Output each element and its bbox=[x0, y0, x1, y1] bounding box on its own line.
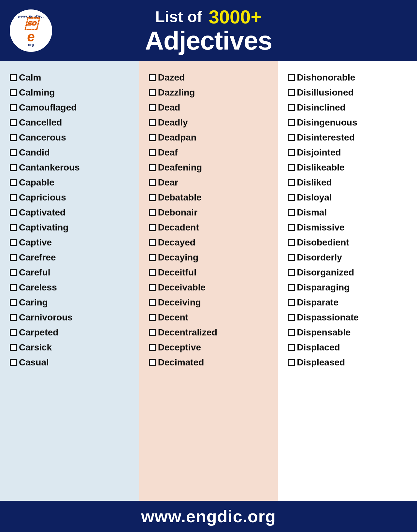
list-item: Decentralized bbox=[149, 326, 270, 339]
logo-text-bottom: org bbox=[28, 43, 34, 47]
checkbox-icon bbox=[288, 329, 295, 336]
checkbox-icon bbox=[288, 164, 295, 171]
checkbox-icon bbox=[288, 119, 295, 126]
checkbox-icon bbox=[10, 74, 17, 81]
list-item: Dispensable bbox=[288, 326, 409, 339]
word-label: Disinterested bbox=[297, 131, 354, 144]
word-label: Disingenuous bbox=[297, 116, 357, 129]
checkbox-icon bbox=[149, 254, 156, 261]
list-item: Deceptive bbox=[149, 341, 270, 354]
list-item: Decadent bbox=[149, 221, 270, 234]
word-label: Deaf bbox=[158, 146, 178, 159]
list-item: Disorderly bbox=[288, 251, 409, 264]
word-label: Camouflaged bbox=[19, 101, 77, 114]
word-label: Cancelled bbox=[19, 116, 62, 129]
checkbox-icon bbox=[288, 284, 295, 291]
list-item: Debatable bbox=[149, 191, 270, 204]
checkbox-icon bbox=[149, 329, 156, 336]
word-label: Careful bbox=[19, 266, 50, 279]
list-item: Deceitful bbox=[149, 266, 270, 279]
column-2: DazedDazzlingDeadDeadlyDeadpanDeafDeafen… bbox=[139, 61, 278, 501]
list-item: Dismal bbox=[288, 206, 409, 219]
checkbox-icon bbox=[149, 134, 156, 141]
list-item: Decent bbox=[149, 311, 270, 324]
word-label: Carefree bbox=[19, 251, 56, 264]
word-label: Dismal bbox=[297, 206, 327, 219]
word-label: Disinclined bbox=[297, 101, 345, 114]
checkbox-icon bbox=[149, 224, 156, 231]
checkbox-icon bbox=[149, 269, 156, 276]
list-item: Dead bbox=[149, 101, 270, 114]
list-item: Captivating bbox=[10, 221, 131, 234]
checkbox-icon bbox=[149, 119, 156, 126]
checkbox-icon bbox=[149, 209, 156, 216]
header-list-of: List of bbox=[155, 8, 202, 26]
checkbox-icon bbox=[288, 224, 295, 231]
checkbox-icon bbox=[288, 209, 295, 216]
word-label: Disobedient bbox=[297, 236, 349, 249]
word-label: Captive bbox=[19, 236, 52, 249]
list-item: Disparate bbox=[288, 296, 409, 309]
word-label: Disillusioned bbox=[297, 86, 353, 99]
list-item: Dispassionate bbox=[288, 311, 409, 324]
checkbox-icon bbox=[10, 344, 17, 351]
checkbox-icon bbox=[10, 149, 17, 156]
checkbox-icon bbox=[10, 134, 17, 141]
checkbox-icon bbox=[288, 149, 295, 156]
list-item: Calm bbox=[10, 71, 131, 84]
list-item: Decimated bbox=[149, 356, 270, 369]
word-label: Displeased bbox=[297, 356, 345, 369]
word-label: Dear bbox=[158, 176, 178, 189]
list-item: Cancelled bbox=[10, 116, 131, 129]
list-item: Disloyal bbox=[288, 191, 409, 204]
checkbox-icon bbox=[288, 194, 295, 201]
word-label: Caring bbox=[19, 296, 48, 309]
checkbox-icon bbox=[10, 299, 17, 306]
list-item: Camouflaged bbox=[10, 101, 131, 114]
list-item: Disingenuous bbox=[288, 116, 409, 129]
header-top-row: List of 3000+ bbox=[155, 6, 262, 28]
list-item: Disillusioned bbox=[288, 86, 409, 99]
page-footer: www.engdic.org bbox=[0, 501, 417, 532]
column-1: CalmCalmingCamouflagedCancelledCancerous… bbox=[0, 61, 139, 501]
logo: www.EngDic.  e org bbox=[10, 9, 52, 52]
list-item: Decaying bbox=[149, 251, 270, 264]
word-label: Deceivable bbox=[158, 281, 206, 294]
word-label: Dead bbox=[158, 101, 180, 114]
word-label: Dazed bbox=[158, 71, 185, 84]
checkbox-icon bbox=[288, 314, 295, 321]
checkbox-icon bbox=[10, 269, 17, 276]
word-label: Dazzling bbox=[158, 86, 195, 99]
column-3: DishonorableDisillusionedDisinclinedDisi… bbox=[278, 61, 417, 501]
word-label: Disorderly bbox=[297, 251, 342, 264]
list-item: Dishonorable bbox=[288, 71, 409, 84]
list-item: Capricious bbox=[10, 191, 131, 204]
checkbox-icon bbox=[149, 89, 156, 96]
word-label: Capable bbox=[19, 176, 54, 189]
list-item: Capable bbox=[10, 176, 131, 189]
word-label: Captivated bbox=[19, 206, 65, 219]
word-label: Decayed bbox=[158, 236, 195, 249]
checkbox-icon bbox=[149, 344, 156, 351]
header-adjectives: Adjectives bbox=[145, 28, 272, 54]
checkbox-icon bbox=[10, 254, 17, 261]
word-label: Cantankerous bbox=[19, 161, 80, 174]
checkbox-icon bbox=[10, 164, 17, 171]
content-area: CalmCalmingCamouflagedCancelledCancerous… bbox=[0, 61, 417, 501]
list-item: Dismissive bbox=[288, 221, 409, 234]
word-label: Debonair bbox=[158, 206, 197, 219]
word-label: Debatable bbox=[158, 191, 202, 204]
checkbox-icon bbox=[10, 209, 17, 216]
checkbox-icon bbox=[288, 254, 295, 261]
list-item: Deceivable bbox=[149, 281, 270, 294]
list-item: Careless bbox=[10, 281, 131, 294]
word-label: Dislikeable bbox=[297, 161, 344, 174]
list-item: Disinclined bbox=[288, 101, 409, 114]
list-item: Cancerous bbox=[10, 131, 131, 144]
word-label: Disorganized bbox=[297, 266, 354, 279]
checkbox-icon bbox=[10, 314, 17, 321]
word-label: Deafening bbox=[158, 161, 202, 174]
checkbox-icon bbox=[10, 329, 17, 336]
checkbox-icon bbox=[149, 74, 156, 81]
checkbox-icon bbox=[149, 164, 156, 171]
